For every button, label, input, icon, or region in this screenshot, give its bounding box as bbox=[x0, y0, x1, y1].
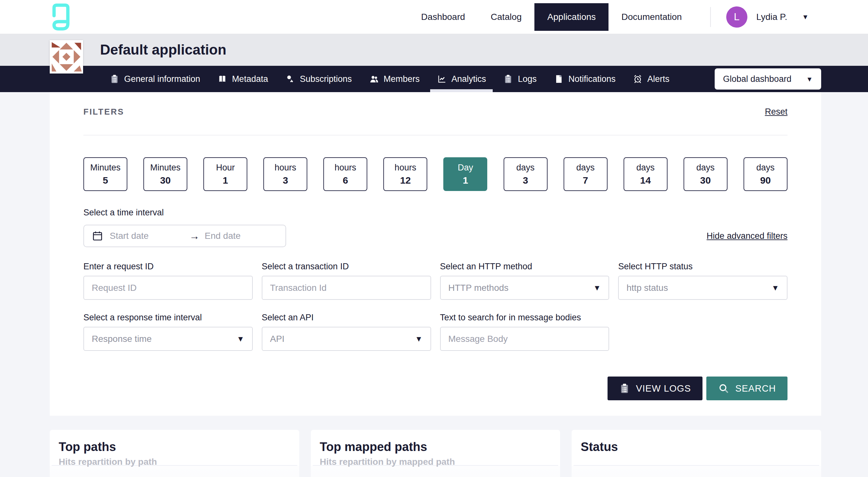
filters-divider bbox=[84, 135, 787, 136]
tab-general-information[interactable]: General information bbox=[101, 66, 209, 92]
time-button-value: 6 bbox=[343, 175, 348, 186]
chevron-down-icon[interactable]: ▼ bbox=[802, 13, 809, 20]
time-button-value: 30 bbox=[700, 175, 711, 186]
dashboard-select[interactable]: Global dashboard ▼ bbox=[715, 68, 821, 90]
message-body-label: Text to search for in message bodies bbox=[440, 312, 610, 323]
http-status-select[interactable]: http status ▼ bbox=[618, 276, 787, 300]
application-header: Default application bbox=[0, 34, 868, 66]
empty-cell bbox=[618, 312, 787, 351]
response-time-label: Select a response time interval bbox=[84, 312, 253, 323]
time-button-days-30[interactable]: days 30 bbox=[684, 157, 727, 191]
view-logs-label: VIEW LOGS bbox=[636, 383, 691, 394]
http-method-label: Select an HTTP method bbox=[440, 262, 610, 272]
tab-notifications[interactable]: Notifications bbox=[545, 66, 624, 92]
time-button-unit: days bbox=[517, 163, 535, 173]
search-icon bbox=[718, 383, 730, 394]
message-body-input[interactable] bbox=[440, 327, 610, 351]
http-status-placeholder: http status bbox=[626, 283, 668, 293]
hide-advanced-filters-link[interactable]: Hide advanced filters bbox=[707, 231, 787, 241]
calendar-icon bbox=[92, 230, 103, 242]
nav-item-dashboard[interactable]: Dashboard bbox=[408, 3, 478, 31]
page-icon bbox=[554, 74, 564, 84]
chevron-down-icon: ▼ bbox=[237, 335, 244, 343]
filters-heading: FILTERS bbox=[84, 107, 124, 117]
time-button-value: 3 bbox=[283, 175, 288, 186]
http-status-label: Select HTTP status bbox=[618, 262, 787, 272]
http-method-select[interactable]: HTTP methods ▼ bbox=[440, 276, 610, 300]
tab-subscriptions[interactable]: Subscriptions bbox=[277, 66, 361, 92]
top-bar: Dashboard Catalog Applications Documenta… bbox=[0, 0, 868, 34]
time-button-value: 5 bbox=[103, 175, 108, 186]
logo-g-icon bbox=[51, 3, 71, 31]
time-button-unit: Minutes bbox=[150, 163, 181, 173]
time-button-unit: Day bbox=[458, 163, 473, 173]
time-button-unit: days bbox=[637, 163, 655, 173]
user-menu[interactable]: L Lydia P. ▼ bbox=[705, 0, 809, 34]
time-button-unit: Hour bbox=[216, 163, 235, 173]
tab-analytics[interactable]: Analytics bbox=[428, 66, 495, 92]
tab-alerts[interactable]: Alerts bbox=[624, 66, 678, 92]
response-time-select[interactable]: Response time ▼ bbox=[84, 327, 253, 351]
time-button-unit: days bbox=[577, 163, 595, 173]
dashboard-select-value: Global dashboard bbox=[723, 74, 791, 84]
api-select[interactable]: API ▼ bbox=[262, 327, 431, 351]
search-button[interactable]: SEARCH bbox=[706, 377, 787, 400]
time-button-value: 1 bbox=[223, 175, 228, 186]
tab-label: Subscriptions bbox=[300, 74, 352, 84]
start-date-placeholder[interactable]: Start date bbox=[110, 231, 189, 241]
time-button-value: 1 bbox=[463, 175, 468, 186]
time-button-unit: hours bbox=[275, 163, 297, 173]
view-logs-button[interactable]: VIEW LOGS bbox=[608, 377, 703, 400]
key-icon bbox=[285, 74, 295, 84]
time-button-days-7[interactable]: days 7 bbox=[564, 157, 608, 191]
book-icon bbox=[217, 74, 227, 84]
time-button-minutes-30[interactable]: Minutes 30 bbox=[144, 157, 187, 191]
time-button-day-1[interactable]: Day 1 bbox=[443, 157, 487, 191]
time-button-days-14[interactable]: days 14 bbox=[624, 157, 668, 191]
transaction-id-input[interactable] bbox=[262, 276, 431, 300]
application-tab-bar: General information Metadata Subscriptio… bbox=[0, 66, 868, 92]
api-label: Select an API bbox=[262, 312, 431, 323]
date-range-input[interactable]: Start date → End date bbox=[84, 225, 286, 247]
tab-metadata[interactable]: Metadata bbox=[209, 66, 277, 92]
time-button-value: 3 bbox=[523, 175, 528, 186]
page-title: Default application bbox=[100, 34, 226, 66]
time-button-hours-6[interactable]: hours 6 bbox=[323, 157, 367, 191]
identicon-icon bbox=[50, 40, 83, 73]
tab-logs[interactable]: Logs bbox=[495, 66, 545, 92]
time-button-value: 30 bbox=[160, 175, 170, 186]
gravitee-logo[interactable] bbox=[51, 3, 71, 31]
time-button-days-90[interactable]: days 90 bbox=[744, 157, 787, 191]
tab-members[interactable]: Members bbox=[361, 66, 429, 92]
widget-body bbox=[311, 466, 560, 477]
clipboard-icon bbox=[110, 74, 119, 84]
time-button-days-3[interactable]: days 3 bbox=[504, 157, 548, 191]
http-method-placeholder: HTTP methods bbox=[448, 283, 509, 293]
reset-link[interactable]: Reset bbox=[765, 107, 787, 117]
application-avatar bbox=[50, 40, 83, 73]
time-button-minutes-5[interactable]: Minutes 5 bbox=[84, 157, 127, 191]
chevron-down-icon: ▼ bbox=[415, 335, 423, 343]
request-id-input[interactable] bbox=[84, 276, 253, 300]
nav-item-applications[interactable]: Applications bbox=[534, 3, 609, 31]
chart-icon bbox=[437, 74, 446, 84]
clipboard-list-icon bbox=[503, 74, 513, 84]
widget-title: Top mapped paths bbox=[320, 440, 551, 454]
nav-item-catalog[interactable]: Catalog bbox=[478, 3, 535, 31]
people-icon bbox=[369, 74, 379, 84]
time-button-unit: hours bbox=[335, 163, 356, 173]
time-button-unit: days bbox=[696, 163, 715, 173]
time-button-hour-1[interactable]: Hour 1 bbox=[204, 157, 247, 191]
chevron-down-icon: ▼ bbox=[806, 76, 813, 83]
time-range-buttons: Minutes 5 Minutes 30 Hour 1 hours 3 hour… bbox=[84, 157, 787, 191]
time-button-hours-12[interactable]: hours 12 bbox=[383, 157, 427, 191]
time-button-unit: days bbox=[756, 163, 775, 173]
avatar[interactable]: L bbox=[726, 6, 747, 28]
tab-label: Metadata bbox=[232, 74, 268, 84]
nav-item-documentation[interactable]: Documentation bbox=[609, 3, 694, 31]
end-date-placeholder[interactable]: End date bbox=[205, 231, 241, 241]
chevron-down-icon: ▼ bbox=[771, 284, 779, 292]
time-button-hours-3[interactable]: hours 3 bbox=[264, 157, 307, 191]
tab-label: General information bbox=[124, 74, 200, 84]
time-button-value: 90 bbox=[760, 175, 771, 186]
